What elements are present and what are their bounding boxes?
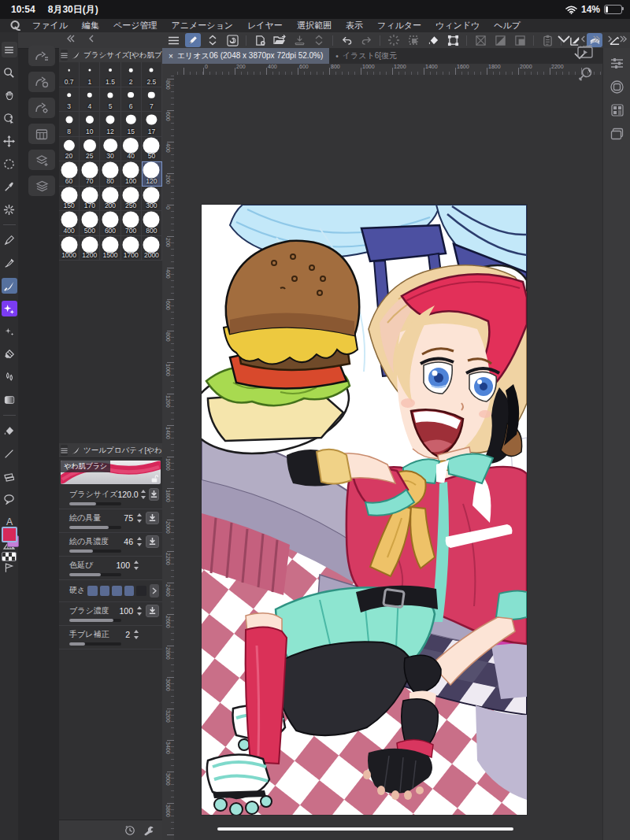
pen-tool[interactable] xyxy=(2,232,17,248)
brush-size-cell[interactable]: 200 xyxy=(100,187,120,212)
menu-item[interactable]: ファイル xyxy=(32,20,68,31)
canvas-document[interactable] xyxy=(202,205,527,815)
current-tool-pen-button[interactable] xyxy=(185,33,201,47)
brush-size-cell[interactable]: 150 xyxy=(59,187,80,212)
menu-item[interactable]: ヘルプ xyxy=(494,20,521,31)
collapse-right-icon-2[interactable] xyxy=(607,35,613,43)
brush-size-cell[interactable]: 700 xyxy=(121,211,142,236)
brush-size-cell[interactable]: 1700 xyxy=(121,236,142,261)
canvas-artwork[interactable] xyxy=(202,205,527,815)
arrow-gear-icon[interactable] xyxy=(28,98,55,118)
hardness-box[interactable] xyxy=(87,586,97,596)
menu-item[interactable]: レイヤー xyxy=(247,20,283,31)
brush-size-cell[interactable]: 70 xyxy=(80,161,100,187)
toolbar-expand-chevron-icon[interactable] xyxy=(557,34,571,43)
tool-strip-menu-icon[interactable] xyxy=(2,42,17,57)
brush-size-cell[interactable]: 800 xyxy=(142,211,162,236)
brush-size-cell[interactable]: 1500 xyxy=(100,236,120,261)
expand-right-double-icon[interactable] xyxy=(592,35,601,43)
brush-size-cell[interactable]: 4 xyxy=(80,87,100,113)
brush-size-cell[interactable]: 100 xyxy=(121,161,142,187)
brush-size-cell[interactable]: 6 xyxy=(121,87,142,113)
arrow-list-icon[interactable] xyxy=(28,46,55,66)
export-icon[interactable] xyxy=(291,33,307,47)
register-default-button[interactable] xyxy=(146,605,159,617)
property-value[interactable]: 100 xyxy=(116,561,130,570)
register-default-button[interactable] xyxy=(146,512,159,524)
selection-launcher-icon[interactable] xyxy=(472,33,488,47)
paste-clipboard-icon[interactable] xyxy=(539,33,555,47)
panel-menu-icon[interactable] xyxy=(61,445,68,456)
property-slider[interactable] xyxy=(69,502,121,505)
property-value[interactable]: 75 xyxy=(124,513,133,523)
fill-tool[interactable] xyxy=(2,423,17,439)
brush-size-cell[interactable]: 25 xyxy=(80,137,100,162)
hardness-box[interactable] xyxy=(124,586,134,596)
deselect-icon[interactable] xyxy=(406,33,421,47)
tool-switch-chevrons-icon[interactable] xyxy=(205,33,220,47)
horizontal-scrollbar[interactable] xyxy=(217,827,513,831)
menu-item[interactable]: 選択範囲 xyxy=(297,20,332,31)
move-tool[interactable] xyxy=(2,133,17,149)
eraser-tool[interactable] xyxy=(2,346,17,362)
brush-size-cell[interactable]: 5 xyxy=(100,87,120,113)
expand-chevron-icon[interactable] xyxy=(150,584,159,598)
property-slider[interactable] xyxy=(69,642,121,646)
brush-size-cell[interactable]: 120 xyxy=(142,161,162,187)
brush-size-cell[interactable]: 170 xyxy=(80,187,100,212)
property-slider[interactable] xyxy=(69,573,121,576)
toolbar-menu-icon[interactable] xyxy=(165,33,181,47)
brush-size-cell[interactable]: 1.5 xyxy=(100,62,120,87)
brush-size-cell[interactable]: 12 xyxy=(100,112,120,137)
canvas-tab[interactable]: •イラスト6[復元 xyxy=(329,48,403,64)
brush-size-cell[interactable]: 2.5 xyxy=(142,62,162,87)
brush-size-cell[interactable]: 60 xyxy=(59,161,80,187)
brush-size-cell[interactable]: 1 xyxy=(80,62,100,87)
brush-size-cell[interactable]: 1000 xyxy=(59,236,80,261)
menu-item[interactable]: 編集 xyxy=(82,20,99,31)
fill-bucket-icon[interactable] xyxy=(425,33,441,47)
brush-size-cell[interactable]: 8 xyxy=(59,112,80,137)
wrench-icon[interactable] xyxy=(143,825,154,836)
panel-menu-icon[interactable] xyxy=(61,50,68,61)
close-tab-icon[interactable]: × xyxy=(169,52,173,61)
tool-property-dock-icon[interactable] xyxy=(609,54,626,72)
hardness-box[interactable] xyxy=(136,586,146,596)
brush-size-cell[interactable]: 250 xyxy=(121,187,142,212)
property-slider[interactable] xyxy=(69,526,121,529)
brush-size-panel-header[interactable]: ブラシサイズ[やわ肌ブラ xyxy=(59,48,162,63)
hand-tool[interactable] xyxy=(2,87,17,103)
export-chevrons-icon[interactable] xyxy=(311,33,327,47)
rotate-canvas-tool[interactable] xyxy=(2,110,17,126)
airbrush-tool[interactable] xyxy=(2,324,17,339)
brush-size-cell[interactable]: 7 xyxy=(142,87,162,113)
collapse-left-icon[interactable] xyxy=(88,34,94,43)
frame-border-tool[interactable] xyxy=(2,468,17,484)
property-value[interactable]: 120.0 xyxy=(117,490,138,499)
expand-right-double-icon-2[interactable] xyxy=(619,35,628,43)
undo-icon[interactable] xyxy=(339,33,354,47)
navigator-dock-icon[interactable] xyxy=(609,78,626,95)
brush-size-cell[interactable]: 400 xyxy=(59,211,80,236)
decoration-tool[interactable] xyxy=(2,301,17,316)
property-value[interactable]: 46 xyxy=(124,537,133,546)
brush-size-cell[interactable]: 1200 xyxy=(80,236,100,261)
transparent-color-swatch[interactable] xyxy=(2,552,17,561)
selection-gradient-icon[interactable] xyxy=(492,33,508,47)
property-slider[interactable] xyxy=(69,619,121,622)
brush-size-cell[interactable]: 300 xyxy=(142,187,162,212)
canvas-tab[interactable]: ×エリオス06 (2048 x 3870px 72dpi 52.0%) xyxy=(162,48,329,64)
brush-size-cell[interactable]: 600 xyxy=(100,211,120,236)
eyedropper-tool[interactable] xyxy=(2,179,17,194)
value-stepper[interactable] xyxy=(132,630,139,639)
menu-item[interactable]: 表示 xyxy=(346,20,363,31)
brush-size-cell[interactable]: 500 xyxy=(80,211,100,236)
value-stepper[interactable] xyxy=(135,513,143,523)
brush-size-cell[interactable]: 40 xyxy=(121,137,142,162)
menu-item[interactable]: アニメーション xyxy=(172,20,234,31)
brush-size-cell[interactable]: 0.7 xyxy=(59,62,80,87)
new-canvas-icon[interactable] xyxy=(252,33,268,47)
figure-tool[interactable] xyxy=(2,446,17,461)
value-stepper[interactable] xyxy=(135,606,143,616)
menu-item[interactable]: ページ管理 xyxy=(113,20,158,31)
